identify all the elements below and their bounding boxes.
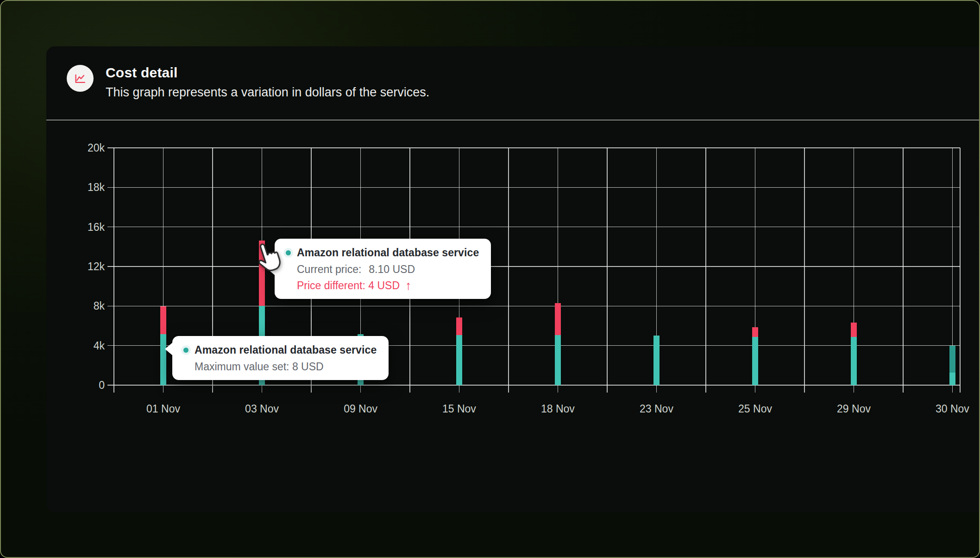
x-axis-tick-label: 23 Nov [640, 403, 673, 415]
bar-segment-increase [851, 323, 857, 337]
x-axis-tick-label: 15 Nov [442, 403, 476, 415]
page-background: Cost detail This graph represents a vari… [0, 0, 980, 558]
bar-segment-base [456, 335, 462, 385]
x-axis-tick-label: 25 Nov [738, 403, 772, 415]
y-axis-tick-label: 20k [58, 141, 105, 155]
y-axis-tick-label: 8k [58, 299, 105, 313]
y-axis-tick-label: 18k [58, 180, 105, 194]
bar-segment-base [949, 373, 955, 385]
gridline-vertical [113, 148, 114, 393]
cost-detail-card: Cost detail This graph represents a vari… [46, 46, 980, 513]
gridline-horizontal [107, 227, 960, 228]
y-axis-tick-label: 16k [58, 220, 105, 234]
tooltip-delta-row: Price different: 4 USD ↑ [297, 279, 479, 292]
tooltip-title: Amazon relational database service [297, 247, 479, 259]
gridline-vertical [960, 148, 961, 393]
gridline-horizontal [107, 385, 960, 386]
gridline-vertical [607, 148, 608, 393]
bar-30-nov[interactable] [949, 148, 955, 385]
tooltip-price-value: 8.10 USD [369, 263, 415, 275]
y-axis-tick-label: 0 [58, 378, 105, 392]
bar-23-nov[interactable] [653, 148, 660, 385]
bar-18-nov[interactable] [555, 148, 561, 385]
bar-segment-increase [752, 327, 758, 337]
tooltip-current-price: Amazon relational database service Curre… [275, 239, 491, 299]
bar-29-nov[interactable] [851, 148, 857, 385]
bar-segment-base [752, 337, 758, 385]
bar-segment-base [653, 336, 660, 385]
tooltip-delta-text: Price different: 4 USD [297, 279, 400, 292]
tooltip-price-row: Current price:8.10 USD [297, 263, 479, 276]
gridline-horizontal [107, 187, 960, 188]
x-axis-tick-label: 30 Nov [936, 403, 969, 415]
gridline-horizontal [107, 147, 960, 148]
x-axis-tick-label: 03 Nov [245, 403, 279, 415]
bar-segment-increase [456, 317, 462, 335]
x-axis-tick-label: 01 Nov [146, 403, 180, 415]
gridline-horizontal [107, 306, 960, 307]
gridline-vertical [705, 148, 706, 393]
bar-25-nov[interactable] [752, 148, 758, 385]
y-axis-tick-label: 12k [58, 260, 105, 273]
bar-segment-increase [160, 306, 166, 334]
gridline-vertical [804, 148, 805, 393]
x-axis-tick-label: 09 Nov [344, 403, 377, 415]
bar-segment-increase [555, 303, 561, 335]
gridline-vertical [903, 148, 904, 393]
series-dot-icon [183, 348, 188, 353]
bar-segment-base-upper [949, 346, 955, 373]
arrow-up-icon: ↑ [405, 280, 412, 291]
tooltip-max-text: Maximum value set: 8 USD [195, 361, 377, 373]
x-axis-tick-label: 18 Nov [541, 403, 575, 415]
tooltip-price-label: Current price: [297, 263, 361, 275]
bar-segment-base [555, 335, 561, 385]
tooltip-caret-left-icon [165, 342, 173, 356]
gridline-horizontal [107, 266, 960, 267]
gridline-vertical [508, 148, 509, 393]
series-dot-icon [286, 250, 291, 255]
cost-chart: 20k18k16k12k8k4k001 Nov03 Nov09 Nov15 No… [46, 46, 980, 513]
y-axis-tick-label: 4k [58, 339, 105, 353]
tooltip-max-value: Amazon relational database service Maxim… [172, 336, 389, 380]
x-axis-tick-label: 29 Nov [837, 403, 871, 415]
bar-segment-base [851, 337, 857, 385]
tooltip-title: Amazon relational database service [195, 344, 377, 356]
